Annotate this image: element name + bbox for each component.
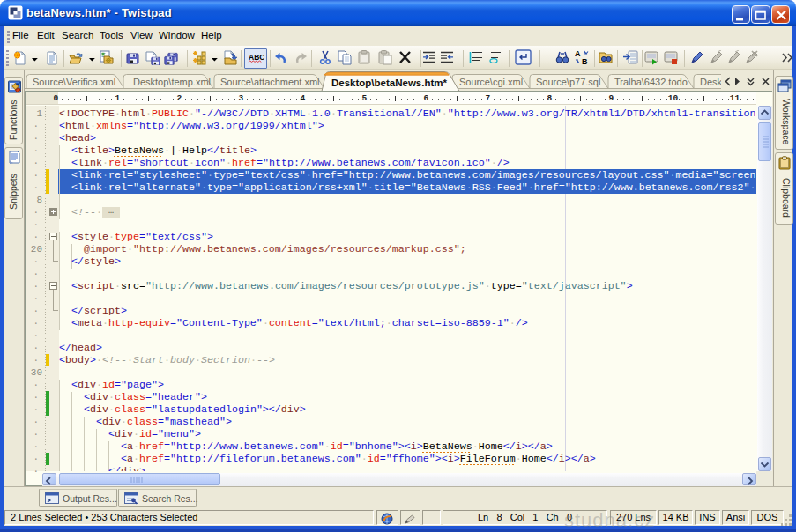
svg-text:Desktop\temp.xml: Desktop\temp.xml	[133, 77, 211, 87]
svg-text:Source\p77.sql: Source\p77.sql	[536, 77, 600, 87]
svg-text:Source\Verifica.xml: Source\Verifica.xml	[33, 77, 115, 87]
svg-text:Source\cgi.xml: Source\cgi.xml	[459, 77, 523, 87]
svg-text:Tralha\6432.todo: Tralha\6432.todo	[614, 77, 688, 87]
svg-text:Desktop\betaNews.htm*: Desktop\betaNews.htm*	[331, 78, 448, 88]
svg-text:Source\attachment.xml: Source\attachment.xml	[220, 77, 320, 87]
